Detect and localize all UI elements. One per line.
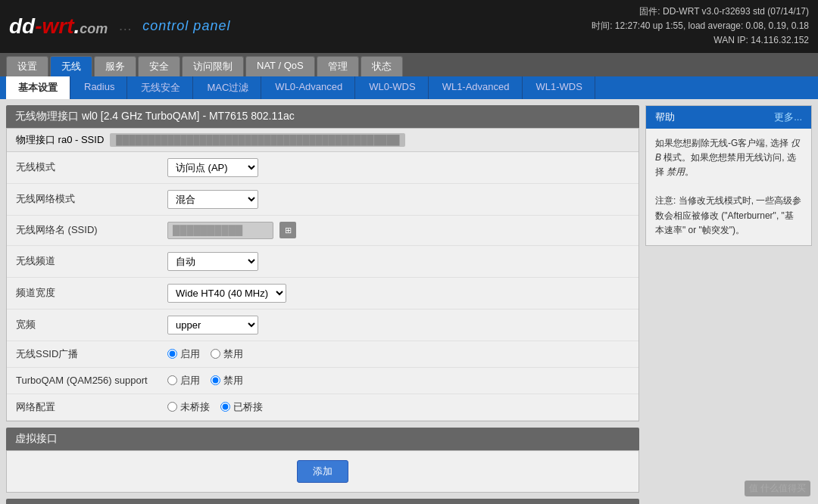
channel-row: 无线频道 自动 1234 5678 91011: [7, 246, 638, 278]
channel-width-label: 频道宽度: [16, 286, 167, 300]
turboqam-enable-radio[interactable]: [167, 375, 177, 385]
sub-tab-radius[interactable]: Radius: [72, 76, 127, 99]
channel-width-select[interactable]: Wide HT40 (40 MHz) Full (20 MHz) Upper (…: [167, 284, 286, 303]
virtual-interface-header: 虚拟接口: [6, 428, 639, 450]
nav-tab-settings[interactable]: 设置: [6, 56, 48, 76]
network-config-unbridged-radio[interactable]: [167, 402, 177, 412]
wide-channel-label: 宽频: [16, 318, 167, 331]
virtual-interface-body: 添加: [6, 450, 639, 493]
physical-interface-row: 物理接口 ra0 - SSID ████████████████████████…: [7, 129, 638, 152]
sub-nav: 基本设置 Radius 无线安全 MAC过滤 WL0-Advanced WL0-…: [0, 76, 818, 99]
ssid-input[interactable]: [167, 222, 273, 239]
wide-channel-select[interactable]: upper lower: [167, 316, 258, 334]
wireless-mode-select[interactable]: 访问点 (AP) 客户端 中继器 Ad-Hoc: [167, 158, 258, 177]
network-config-label: 网络配置: [16, 400, 167, 414]
ssid-broadcast-control: 启用 禁用: [167, 347, 629, 361]
logo-area: dd-wrt.com … control panel: [9, 14, 230, 39]
nav-tab-services[interactable]: 服务: [94, 56, 136, 76]
channel-select[interactable]: 自动 1234 5678 91011: [167, 252, 258, 271]
logo-dd: dd: [9, 14, 35, 38]
help-panel: 帮助 更多... 如果您想剔除无线-G客户端, 选择 仅B 模式。如果您想禁用无…: [645, 105, 812, 246]
turboqam-disable[interactable]: 禁用: [211, 374, 243, 387]
wireless-network-mode-control: 混合 仅B 仅G 仅N 仅AC: [167, 190, 629, 209]
nav-tab-status[interactable]: 状态: [361, 56, 403, 76]
help-panel-container: 帮助 更多... 如果您想剔除无线-G客户端, 选择 仅B 模式。如果您想禁用无…: [645, 105, 812, 504]
main-content: 无线物理接口 wl0 [2.4 GHz TurboQAM] - MT7615 8…: [0, 99, 818, 504]
logo-cp: control panel: [142, 18, 230, 34]
phys-label: 物理接口 ra0 - SSID: [16, 133, 104, 147]
help-text: 如果您想剔除无线-G客户端, 选择 仅B 模式。如果您想禁用无线访问, 选择 禁…: [655, 136, 802, 238]
ssid-broadcast-enable-label: 启用: [180, 347, 200, 361]
turboqam-disable-label: 禁用: [223, 374, 243, 387]
wireless-mode-row: 无线模式 访问点 (AP) 客户端 中继器 Ad-Hoc: [7, 152, 638, 184]
sub-tab-wl0-wds[interactable]: WL0-WDS: [357, 76, 428, 99]
turboqam-control: 启用 禁用: [167, 374, 629, 387]
logo-com: com: [80, 21, 108, 36]
channel-width-control: Wide HT40 (40 MHz) Full (20 MHz) Upper (…: [167, 284, 629, 303]
ssid-broadcast-disable[interactable]: 禁用: [211, 347, 243, 361]
network-config-unbridged[interactable]: 未桥接: [167, 400, 210, 414]
watermark: 值 什么值得买: [745, 481, 810, 496]
help-title: 帮助: [655, 110, 675, 124]
ssid-row: 无线网络名 (SSID) ⊞: [7, 216, 638, 246]
nav-tab-access[interactable]: 访问限制: [182, 56, 244, 76]
ssid-control: ⊞: [167, 222, 629, 239]
wireless-mode-label: 无线模式: [16, 160, 167, 174]
logo: dd-wrt.com: [9, 14, 108, 39]
turboqam-disable-radio[interactable]: [211, 375, 220, 385]
content-left: 无线物理接口 wl0 [2.4 GHz TurboQAM] - MT7615 8…: [6, 105, 639, 504]
sub-tab-wl0-advanced[interactable]: WL0-Advanced: [263, 76, 355, 99]
wireless-network-mode-select[interactable]: 混合 仅B 仅G 仅N 仅AC: [167, 190, 258, 209]
header: dd-wrt.com … control panel 固件: DD-WRT v3…: [0, 0, 818, 53]
network-config-row: 网络配置 未桥接 已桥接: [7, 394, 638, 421]
sub-tab-wireless-security[interactable]: 无线安全: [129, 76, 193, 99]
bottom-section-header: 无线物理接口 wl1 [5 GHz/802.11ac] - MT7615 802…: [6, 499, 639, 504]
ssid-broadcast-enable[interactable]: 启用: [167, 347, 200, 361]
channel-width-row: 频道宽度 Wide HT40 (40 MHz) Full (20 MHz) Up…: [7, 278, 638, 310]
ssid-broadcast-disable-radio[interactable]: [211, 349, 220, 359]
help-more-link[interactable]: 更多...: [774, 110, 802, 124]
channel-control: 自动 1234 5678 91011: [167, 252, 629, 271]
nav-tab-nat[interactable]: NAT / QoS: [245, 56, 315, 76]
main-nav: 设置 无线 服务 安全 访问限制 NAT / QoS 管理 状态: [0, 53, 818, 76]
turboqam-label: TurboQAM (QAM256) support: [16, 375, 167, 386]
header-info: 固件: DD-WRT v3.0-r32693 std (07/14/17) 时间…: [592, 5, 809, 48]
network-config-unbridged-label: 未桥接: [180, 400, 210, 414]
turboqam-row: TurboQAM (QAM256) support 启用 禁用: [7, 368, 638, 394]
sub-tab-wl1-advanced[interactable]: WL1-Advanced: [430, 76, 523, 99]
time-info: 时间: 12:27:40 up 1:55, load average: 0.08…: [592, 19, 809, 33]
network-config-control: 未桥接 已桥接: [167, 400, 629, 414]
section-header: 无线物理接口 wl0 [2.4 GHz TurboQAM] - MT7615 8…: [6, 105, 639, 128]
ssid-label: 无线网络名 (SSID): [16, 223, 167, 237]
ssid-broadcast-disable-label: 禁用: [223, 347, 243, 361]
sub-tab-basic[interactable]: 基本设置: [6, 76, 70, 99]
logo-wrt: -wrt: [35, 14, 73, 38]
ssid-broadcast-enable-radio[interactable]: [167, 349, 177, 359]
nav-tab-admin[interactable]: 管理: [317, 56, 359, 76]
main-panel: 物理接口 ra0 - SSID ████████████████████████…: [6, 128, 639, 422]
help-header: 帮助 更多...: [646, 106, 811, 129]
network-config-bridged[interactable]: 已桥接: [220, 400, 263, 414]
ssid-display: ████████████████████████████████████████…: [110, 133, 405, 147]
nav-tab-wireless[interactable]: 无线: [50, 56, 92, 76]
ssid-icon-button[interactable]: ⊞: [279, 222, 296, 238]
network-config-bridged-label: 已桥接: [233, 400, 263, 414]
sub-tab-wl1-wds[interactable]: WL1-WDS: [524, 76, 595, 99]
ssid-broadcast-radio-group: 启用 禁用: [167, 347, 243, 361]
virtual-interface-section: 虚拟接口 添加: [6, 428, 639, 493]
turboqam-enable[interactable]: 启用: [167, 374, 200, 387]
wireless-mode-control: 访问点 (AP) 客户端 中继器 Ad-Hoc: [167, 158, 629, 177]
sub-tab-mac-filter[interactable]: MAC过滤: [195, 76, 261, 99]
wireless-network-mode-row: 无线网络模式 混合 仅B 仅G 仅N 仅AC: [7, 184, 638, 216]
logo-sep: …: [118, 18, 132, 34]
wan-ip-info: WAN IP: 14.116.32.152: [592, 33, 809, 48]
add-button[interactable]: 添加: [297, 460, 348, 483]
ssid-broadcast-label: 无线SSID广播: [16, 347, 167, 361]
turboqam-enable-label: 启用: [180, 374, 200, 387]
nav-tab-security[interactable]: 安全: [138, 56, 180, 76]
wide-channel-control: upper lower: [167, 316, 629, 334]
network-config-bridged-radio[interactable]: [220, 402, 230, 412]
turboqam-radio-group: 启用 禁用: [167, 374, 243, 387]
wireless-network-mode-label: 无线网络模式: [16, 192, 167, 206]
help-body: 如果您想剔除无线-G客户端, 选择 仅B 模式。如果您想禁用无线访问, 选择 禁…: [646, 129, 811, 245]
